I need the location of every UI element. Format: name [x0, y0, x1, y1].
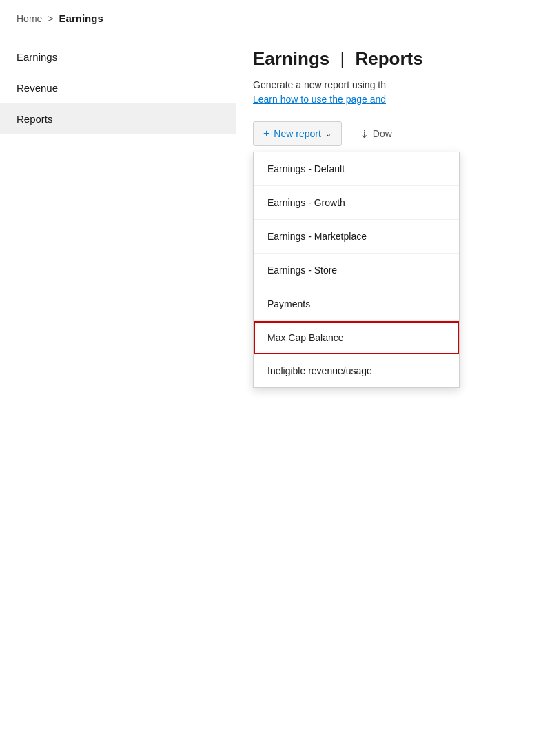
dropdown-item-payments-label: Payments	[267, 298, 310, 309]
dropdown-item-earnings-store[interactable]: Earnings - Store	[254, 254, 459, 287]
breadcrumb: Home > Earnings	[0, 0, 541, 34]
sidebar-item-earnings-label: Earnings	[17, 51, 57, 63]
dropdown-item-earnings-default[interactable]: Earnings - Default	[254, 152, 459, 186]
learn-link[interactable]: Learn how to use the page and	[253, 94, 386, 105]
description-text: Generate a new report using th	[253, 79, 524, 90]
toolbar: + New report ⌄ ⇣ Dow Earnings - Default …	[253, 121, 524, 146]
dropdown-item-payments[interactable]: Payments	[254, 287, 459, 321]
download-button[interactable]: ⇣ Dow	[350, 122, 402, 146]
page-title-part1: Earnings	[253, 48, 329, 69]
main-layout: Earnings Revenue Reports Earnings | Repo…	[0, 34, 541, 754]
new-report-button[interactable]: + New report ⌄	[253, 121, 342, 146]
dropdown-item-max-cap-balance[interactable]: Max Cap Balance	[254, 321, 459, 354]
chevron-down-icon: ⌄	[325, 130, 331, 139]
breadcrumb-current: Earnings	[59, 12, 103, 24]
breadcrumb-home[interactable]: Home	[17, 13, 42, 24]
sidebar: Earnings Revenue Reports	[0, 34, 236, 754]
content-area: Earnings | Reports Generate a new report…	[236, 34, 541, 754]
new-report-dropdown: Earnings - Default Earnings - Growth Ear…	[253, 152, 460, 388]
new-report-label: New report	[274, 128, 320, 139]
dropdown-item-earnings-marketplace-label: Earnings - Marketplace	[267, 231, 367, 242]
page-title-separator: |	[340, 48, 345, 69]
download-icon: ⇣	[360, 127, 369, 141]
dropdown-item-ineligible-revenue[interactable]: Ineligible revenue/usage	[254, 354, 459, 387]
sidebar-item-reports-label: Reports	[17, 113, 53, 125]
dropdown-item-earnings-store-label: Earnings - Store	[267, 265, 337, 276]
breadcrumb-separator: >	[48, 13, 53, 24]
dropdown-item-earnings-growth-label: Earnings - Growth	[267, 197, 345, 208]
download-label: Dow	[373, 128, 392, 139]
dropdown-item-max-cap-balance-label: Max Cap Balance	[267, 332, 344, 343]
sidebar-item-revenue-label: Revenue	[17, 82, 58, 94]
sidebar-item-revenue[interactable]: Revenue	[0, 72, 236, 103]
plus-icon: +	[263, 127, 269, 140]
page-title-part2: Reports	[355, 48, 422, 69]
sidebar-item-earnings[interactable]: Earnings	[0, 41, 236, 72]
dropdown-item-earnings-growth[interactable]: Earnings - Growth	[254, 186, 459, 220]
dropdown-item-earnings-default-label: Earnings - Default	[267, 163, 345, 174]
dropdown-item-ineligible-revenue-label: Ineligible revenue/usage	[267, 365, 372, 376]
page-title: Earnings | Reports	[253, 48, 524, 70]
dropdown-item-earnings-marketplace[interactable]: Earnings - Marketplace	[254, 220, 459, 254]
sidebar-item-reports[interactable]: Reports	[0, 103, 236, 134]
